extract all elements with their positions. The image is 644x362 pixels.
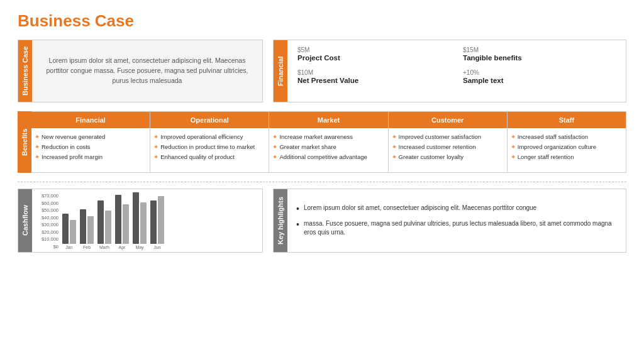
benefit-item-3-2: Greater customer loyalty [392, 153, 503, 162]
business-case-text: Lorem ipsum dolor sit amet, consectetuer… [42, 56, 252, 85]
y-label-2: $50,000 [37, 207, 58, 213]
benefit-item-2-0: Increase market awareness [273, 133, 384, 141]
y-label-4: $30,000 [37, 222, 58, 228]
benefit-header-0: Financial [31, 112, 150, 128]
bar-light-0 [70, 220, 76, 244]
bar-group-3: Apr [115, 195, 129, 250]
bar-light-1 [87, 216, 94, 244]
bar-label-4: May [135, 245, 143, 250]
benefit-body-3: Improved customer satisfactionIncreased … [389, 128, 507, 172]
benefit-header-4: Staff [508, 112, 626, 128]
benefit-col-3: CustomerImproved customer satisfactionIn… [389, 112, 508, 172]
bar-pair-4 [133, 192, 147, 244]
bar-light-2 [105, 211, 111, 244]
bar-pair-2 [97, 200, 111, 244]
bar-light-4 [140, 202, 147, 244]
benefits-side-label: Benefits [18, 111, 31, 173]
y-label-0: $70,000 [37, 193, 58, 199]
bar-dark-1 [80, 209, 86, 244]
bar-label-2: Marh [99, 245, 109, 250]
benefit-item-0-2: Increased profit margin [35, 153, 146, 162]
bottom-section: Cashflow $70,000$60,000$50,000$40,000$30… [18, 189, 626, 253]
main-container: Business Case Business Case Lorem ipsum … [0, 0, 644, 362]
y-label-6: $10,000 [37, 236, 58, 242]
highlight-item-1: massa. Fusce posuere, magna sed pulvinar… [296, 219, 617, 238]
bar-pair-5 [150, 196, 164, 244]
fin-value-2: Sample text [463, 77, 616, 84]
benefit-item-3-0: Improved customer satisfaction [392, 133, 503, 141]
benefit-col-1: OperationalImproved operational efficien… [150, 112, 269, 172]
bar-label-5: Jun [153, 245, 160, 250]
bar-group-0: Jan [62, 214, 76, 250]
benefit-item-1-2: Enhanced quality of product [154, 153, 265, 162]
benefit-col-4: StaffIncreased staff satisfactionImprove… [508, 112, 626, 172]
benefit-item-4-0: Increased staff satisfaction [511, 133, 622, 141]
bar-dark-3 [115, 195, 121, 244]
benefit-item-0-1: Reduction in costs [35, 143, 146, 151]
y-label-1: $60,000 [37, 200, 58, 206]
bar-group-5: Jun [150, 196, 164, 250]
cashflow-box: Cashflow $70,000$60,000$50,000$40,000$30… [18, 189, 263, 253]
y-label-7: $0 [37, 244, 58, 250]
bar-pair-0 [62, 214, 76, 244]
benefit-header-1: Operational [150, 112, 269, 128]
highlights-side-label: Key highlights [274, 189, 287, 252]
y-label-5: $20,000 [37, 229, 58, 235]
benefit-col-0: FinancialNew revenue generatedReduction … [31, 112, 150, 172]
financial-content: $5M Project Cost $15M Tangible benefits … [287, 40, 626, 102]
benefit-item-4-1: Improved organization culture [511, 143, 622, 151]
highlights-content: Lorem ipsum dolor sit amet, consectetuer… [287, 189, 626, 252]
benefit-body-0: New revenue generatedReduction in costsI… [31, 128, 150, 172]
fin-value-1: Tangible benefits [463, 54, 616, 62]
top-section: Business Case Lorem ipsum dolor sit amet… [18, 40, 626, 102]
bar-label-0: Jan [65, 245, 72, 250]
highlights-box: Key highlights Lorem ipsum dolor sit ame… [273, 189, 626, 253]
cashflow-chart-area: $70,000$60,000$50,000$40,000$30,000$20,0… [32, 189, 262, 252]
chart-y-axis: $70,000$60,000$50,000$40,000$30,000$20,0… [37, 193, 61, 250]
benefit-header-3: Customer [389, 112, 507, 128]
bar-pair-1 [80, 209, 94, 244]
bar-light-5 [158, 196, 164, 244]
benefit-col-2: MarketIncrease market awarenessGreater m… [269, 112, 388, 172]
divider [18, 182, 626, 182]
benefit-item-2-1: Greater market share [273, 143, 384, 151]
fin-top-label-1: $5M [297, 47, 450, 53]
benefit-header-2: Market [269, 112, 387, 128]
business-case-content: Lorem ipsum dolor sit amet, consectetuer… [32, 40, 262, 102]
bar-group-2: Marh [97, 200, 111, 250]
benefit-item-2-2: Additional competitive advantage [273, 153, 384, 162]
benefit-item-1-0: Improved operational efficiency [154, 133, 265, 141]
bar-label-1: Feb [83, 245, 91, 250]
fin-top-label-4: +10% [463, 69, 616, 76]
bar-dark-4 [133, 192, 139, 244]
bar-dark-0 [62, 214, 69, 244]
bar-group-1: Feb [80, 209, 94, 250]
chart-bars: JanFebMarhAprMayJun [62, 193, 257, 250]
fin-cell-3: $10M Net Present Value [297, 69, 450, 89]
bar-label-3: Apr [119, 245, 126, 250]
chart-container: $70,000$60,000$50,000$40,000$30,000$20,0… [37, 193, 257, 250]
business-case-box: Business Case Lorem ipsum dolor sit amet… [18, 40, 263, 102]
benefits-content: FinancialNew revenue generatedReduction … [31, 111, 626, 173]
fin-label-1: Project Cost [297, 54, 450, 62]
benefit-body-4: Increased staff satisfactionImproved org… [508, 128, 626, 172]
fin-cell-2: $15M Tangible benefits [463, 47, 616, 67]
y-label-3: $40,000 [37, 215, 58, 221]
business-case-side-label: Business Case [18, 40, 32, 102]
fin-top-label-3: $10M [297, 69, 450, 76]
benefits-section: Benefits FinancialNew revenue generatedR… [18, 111, 626, 173]
benefit-body-1: Improved operational efficiencyReduction… [150, 128, 269, 172]
bar-group-4: May [133, 192, 147, 250]
bar-dark-2 [97, 200, 104, 244]
fin-top-label-2: $15M [463, 47, 616, 53]
bar-dark-5 [150, 200, 157, 244]
financial-box: Financial $5M Project Cost $15M Tangible… [273, 40, 626, 102]
benefit-item-1-1: Reduction in product time to market [154, 143, 265, 151]
financial-side-label: Financial [274, 40, 287, 102]
benefit-item-0-0: New revenue generated [35, 133, 146, 141]
cashflow-side-label: Cashflow [18, 189, 32, 252]
benefit-body-2: Increase market awarenessGreater market … [269, 128, 387, 172]
fin-cell-1: $5M Project Cost [297, 47, 450, 67]
fin-cell-4: +10% Sample text [463, 69, 616, 89]
bar-light-3 [123, 204, 129, 244]
